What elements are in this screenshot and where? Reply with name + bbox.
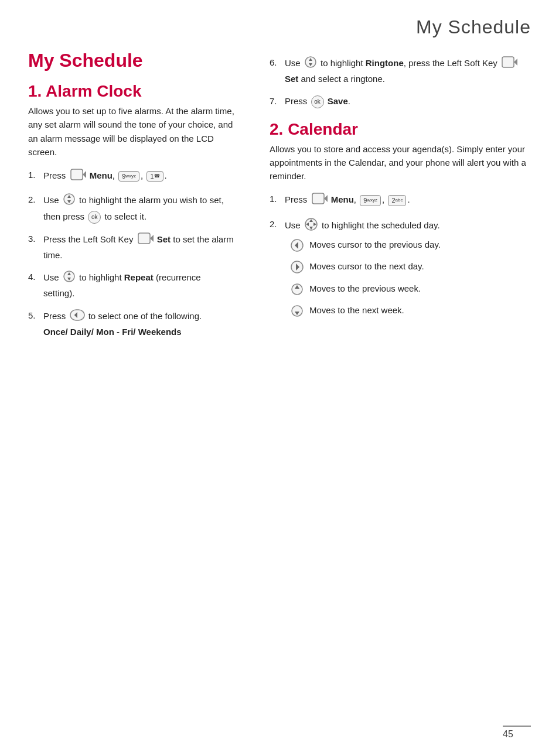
svg-rect-18 (312, 193, 324, 204)
header-title: My Schedule (416, 16, 531, 37)
move-down-icon-wrap (289, 305, 306, 321)
soft-key-left-icon-3 (501, 56, 517, 72)
move-left-text: Moves cursor to the previous day. (309, 238, 441, 252)
step-1-content: Press Menu, 9wxyz, 1☎. (43, 168, 234, 184)
move-up: Moves to the previous week. (289, 282, 531, 300)
step-2: 2. Use to highlight the alarm you wish t… (28, 193, 234, 223)
right-column: 6. Use to highlight Ringtone, press the … (252, 44, 559, 364)
svg-marker-1 (83, 171, 86, 178)
cal-step-2-content: Use to highlight the scheduled day. (285, 217, 531, 326)
nav-right-icon (291, 261, 304, 278)
set-label-1: Set (157, 234, 171, 244)
cal-step-1-content: Press Menu, 9wxyz, 2abc. (285, 192, 531, 208)
move-up-text: Moves to the previous week. (309, 282, 421, 296)
menu-label: Menu (90, 170, 113, 180)
right-steps-continued: 6. Use to highlight Ringtone, press the … (270, 56, 531, 108)
svg-marker-17 (514, 59, 517, 66)
move-up-icon-wrap (289, 283, 306, 300)
options-label: Once/ Daily/ Mon - Fri/ Weekends (43, 327, 182, 337)
move-right-text: Moves cursor to the next day. (309, 260, 424, 273)
step-7-content: Press ok Save. (285, 94, 531, 108)
step-6-content: Use to highlight Ringtone, press the Lef… (285, 56, 531, 86)
key-9wxyz-2: 9wxyz (360, 195, 381, 206)
step-3: 3. Press the Left Soft Key Set to set th… (28, 232, 234, 262)
step-1-num: 1. (28, 168, 41, 182)
section1-steps: 1. Press Menu, 9wxyz, 1☎. (28, 168, 234, 338)
section1-intro: Allows you to set up to five alarms. At … (28, 104, 234, 159)
cal-step-1-num: 1. (270, 192, 282, 206)
ringtone-label: Ringtone (366, 58, 404, 68)
key-ok-icon-2: ok (311, 95, 324, 108)
step-6-num: 6. (270, 56, 282, 69)
page-number-container: 45 (503, 726, 531, 740)
nav-up-down-icon-2 (63, 270, 76, 286)
key-9wxyz: 9wxyz (118, 171, 139, 182)
nav-4dir-icon (304, 217, 318, 235)
nav-left-icon (291, 239, 304, 256)
step-7: 7. Press ok Save. (270, 94, 531, 108)
content-area: My Schedule 1. Alarm Clock Allows you to… (0, 44, 559, 364)
step-6: 6. Use to highlight Ringtone, press the … (270, 56, 531, 86)
svg-marker-6 (150, 235, 154, 242)
move-left: Moves cursor to the previous day. (289, 238, 531, 256)
section2-title: 2. Calendar (270, 120, 531, 139)
step-3-num: 3. (28, 232, 41, 245)
section1-title: 1. Alarm Clock (28, 82, 234, 101)
section2-intro: Allows you to store and access your agen… (270, 142, 531, 183)
cal-step-1: 1. Press Menu, 9wxyz, 2abc. (270, 192, 531, 208)
soft-key-left-icon-2 (137, 232, 154, 248)
page-header: My Schedule (0, 0, 559, 44)
nav-up-down-icon (63, 193, 76, 209)
step-5-content: Press to select one of the following. On… (43, 309, 234, 339)
move-left-icon-wrap (289, 239, 306, 256)
step-7-num: 7. (270, 94, 282, 108)
menu-label-2: Menu (331, 194, 354, 204)
step-2-num: 2. (28, 193, 41, 206)
svg-rect-0 (71, 169, 83, 180)
left-column: My Schedule 1. Alarm Clock Allows you to… (0, 44, 252, 364)
move-right-icon-wrap (289, 261, 306, 278)
key-ok-icon: ok (88, 211, 101, 224)
move-down-text: Moves to the next week. (309, 304, 404, 317)
cal-step-2-num: 2. (270, 217, 282, 231)
svg-rect-16 (502, 57, 514, 67)
nav-up-down-icon-3 (304, 56, 317, 72)
key-2abc: 2abc (388, 195, 406, 206)
cal-step-2: 2. Use to highlight the scheduled day. (270, 217, 531, 326)
nav-up-icon (291, 283, 304, 300)
step-4-num: 4. (28, 270, 41, 283)
section2-steps: 1. Press Menu, 9wxyz, 2abc. 2. (270, 192, 531, 326)
move-down: Moves to the next week. (289, 304, 531, 321)
step-3-content: Press the Left Soft Key Set to set the a… (43, 232, 234, 262)
page-main-title: My Schedule (28, 50, 234, 71)
step-5-num: 5. (28, 309, 41, 322)
nav-down-icon (291, 305, 304, 321)
svg-rect-5 (138, 233, 150, 244)
step-4: 4. Use to highlight Repeat (recurrence s… (28, 270, 234, 300)
move-list: Moves cursor to the previous day. (285, 238, 531, 321)
repeat-label: Repeat (124, 272, 154, 282)
svg-marker-19 (324, 195, 328, 202)
set-label-2: Set (285, 74, 298, 84)
key-1: 1☎ (146, 171, 163, 182)
step-4-content: Use to highlight Repeat (recurrence sett… (43, 270, 234, 300)
soft-key-left-icon (70, 168, 86, 184)
page-number: 45 (503, 729, 513, 739)
step-1: 1. Press Menu, 9wxyz, 1☎. (28, 168, 234, 184)
nav-lr-icon (70, 309, 85, 325)
move-right: Moves cursor to the next day. (289, 260, 531, 278)
save-label: Save (328, 96, 348, 106)
page-number-line (503, 726, 531, 727)
soft-key-left-icon-4 (311, 192, 328, 208)
step-2-content: Use to highlight the alarm you wish to s… (43, 193, 234, 223)
step-5: 5. Press to select one of the following.… (28, 309, 234, 339)
